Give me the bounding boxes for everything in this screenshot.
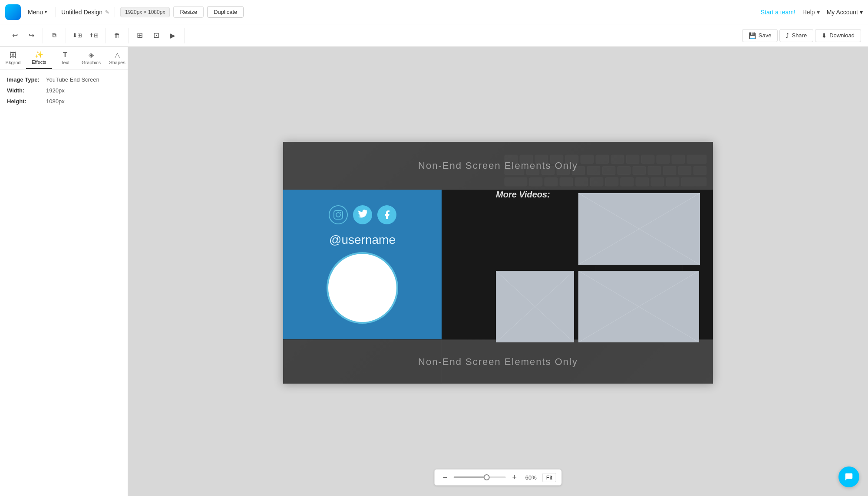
main-canvas-area: Non-End Screen Elements Only Non-End Scr… <box>128 47 868 496</box>
tab-bkgrnd[interactable]: 🖼 Bkgrnd <box>0 47 26 69</box>
toolbar: ↩ ↪ ⧉ ⬇⊞ ⬆⊞ 🗑 ⊞ ⊡ ▶ 💾 Save ⤴ Share ⬇ Dow… <box>0 24 868 47</box>
zoom-slider[interactable] <box>454 476 506 478</box>
height-value: 1080px <box>46 98 65 105</box>
thumbnail-bottom-left[interactable] <box>496 271 574 342</box>
blue-panel: @username <box>283 190 442 339</box>
youtube-button[interactable]: ▶ <box>165 28 181 43</box>
help-button[interactable]: Help ▾ <box>802 9 820 16</box>
design-title-text: Untitled Design <box>61 9 102 16</box>
zoom-in-button[interactable]: + <box>509 472 520 483</box>
thumbnail-bottom-right[interactable] <box>578 271 699 342</box>
svg-point-42 <box>336 213 340 217</box>
share-button[interactable]: ⤴ Share <box>779 29 813 42</box>
width-label: Width: <box>7 87 46 94</box>
toolbar-right: 💾 Save ⤴ Share ⬇ Download <box>742 29 865 42</box>
zoom-bar: − + 60% Fit <box>434 469 562 486</box>
text-label: Text <box>61 60 69 65</box>
username-text: @username <box>329 233 396 247</box>
app-logo[interactable] <box>5 4 21 20</box>
shapes-label: Shapes <box>109 60 125 65</box>
download-icon: ⬇ <box>822 32 827 39</box>
layer-group: ⬇⊞ ⬆⊞ <box>66 28 106 43</box>
fit-button[interactable]: Fit <box>542 473 556 482</box>
effects-icon: ✨ <box>35 50 43 59</box>
height-label: Height: <box>7 98 46 105</box>
bkgrnd-icon: 🖼 <box>10 51 17 59</box>
share-label: Share <box>792 32 807 39</box>
resize-button[interactable]: Resize <box>173 6 204 18</box>
tab-effects[interactable]: ✨ Effects <box>26 47 52 69</box>
non-end-top-text: Non-End Screen Elements Only <box>418 160 578 171</box>
menu-chevron-icon: ▾ <box>45 10 47 14</box>
social-icons-row <box>329 205 396 224</box>
help-chevron-icon: ▾ <box>817 9 820 16</box>
facebook-icon <box>377 205 396 224</box>
delete-button[interactable]: 🗑 <box>109 28 125 43</box>
width-row: Width: 1920px <box>7 87 121 94</box>
my-account-chevron-icon: ▾ <box>860 9 863 16</box>
dimensions-badge[interactable]: 1920px × 1080px <box>120 7 170 17</box>
canvas-wrapper: Non-End Screen Elements Only Non-End Scr… <box>283 142 713 384</box>
text-icon: T <box>63 51 67 59</box>
layer-down-button[interactable]: ⬇⊞ <box>69 28 85 43</box>
graphics-label: Graphics <box>82 60 101 65</box>
nav-right: Start a team! Help ▾ My Account ▾ <box>761 9 863 16</box>
zoom-slider-track <box>454 476 488 478</box>
tab-text[interactable]: T Text <box>52 47 78 69</box>
grid-group: ⊞ ⊡ ▶ <box>129 28 185 43</box>
align-button[interactable]: ⊡ <box>149 28 164 43</box>
grid-button[interactable]: ⊞ <box>132 28 148 43</box>
help-label: Help <box>802 9 815 16</box>
twitter-icon <box>353 205 372 224</box>
height-row: Height: 1080px <box>7 98 121 105</box>
undo-button[interactable]: ↩ <box>7 28 23 43</box>
design-title[interactable]: Untitled Design ✎ <box>61 9 109 16</box>
save-icon: 💾 <box>749 32 756 39</box>
menu-label: Menu <box>28 9 43 16</box>
tab-shapes[interactable]: △ Shapes <box>104 47 130 69</box>
edit-icon: ✎ <box>105 9 109 15</box>
duplicate-button[interactable]: Duplicate <box>207 6 244 18</box>
shapes-icon: △ <box>115 51 120 59</box>
effects-label: Effects <box>32 59 46 65</box>
my-account-label: My Account <box>827 9 858 16</box>
clipboard-group: ⧉ <box>43 28 66 43</box>
download-label: Download <box>829 32 855 39</box>
chat-button[interactable] <box>838 466 859 487</box>
nav-divider <box>56 7 56 17</box>
width-value: 1920px <box>46 87 65 94</box>
bkgrnd-label: Bkgrnd <box>6 60 21 65</box>
avatar-circle <box>327 252 398 324</box>
share-icon: ⤴ <box>786 32 789 39</box>
more-videos-label: More Videos: <box>496 190 550 200</box>
properties-panel: Image Type: YouTube End Screen Width: 19… <box>0 69 128 116</box>
svg-rect-41 <box>334 210 343 219</box>
image-type-label: Image Type: <box>7 76 46 83</box>
non-end-top-overlay: Non-End Screen Elements Only <box>283 142 713 190</box>
left-nav-tabs: 🖼 Bkgrnd ✨ Effects T Text ◈ Graphics △ S… <box>0 47 128 69</box>
delete-group: 🗑 <box>106 28 129 43</box>
redo-button[interactable]: ↪ <box>23 28 39 43</box>
graphics-icon: ◈ <box>89 51 94 59</box>
my-account-button[interactable]: My Account ▾ <box>827 9 863 16</box>
copy-button[interactable]: ⧉ <box>46 28 62 43</box>
save-label: Save <box>759 32 772 39</box>
image-type-row: Image Type: YouTube End Screen <box>7 76 121 83</box>
layer-up-button[interactable]: ⬆⊞ <box>86 28 102 43</box>
start-team-button[interactable]: Start a team! <box>761 9 795 16</box>
menu-button[interactable]: Menu ▾ <box>24 7 50 17</box>
undo-redo-group: ↩ ↪ <box>3 28 43 43</box>
zoom-slider-thumb <box>483 474 489 480</box>
non-end-bottom-text: Non-End Screen Elements Only <box>418 356 578 368</box>
design-canvas[interactable]: Non-End Screen Elements Only Non-End Scr… <box>283 142 713 384</box>
image-type-value: YouTube End Screen <box>46 76 99 83</box>
zoom-value: 60% <box>523 474 539 481</box>
thumbnail-top-right[interactable] <box>578 193 700 265</box>
download-button[interactable]: ⬇ Download <box>815 29 861 42</box>
zoom-out-button[interactable]: − <box>440 472 450 483</box>
non-end-bottom-overlay: Non-End Screen Elements Only <box>283 340 713 384</box>
top-nav: Menu ▾ Untitled Design ✎ 1920px × 1080px… <box>0 0 868 24</box>
tab-graphics[interactable]: ◈ Graphics <box>78 47 104 69</box>
nav-divider2 <box>115 7 115 17</box>
save-button[interactable]: 💾 Save <box>742 29 778 42</box>
